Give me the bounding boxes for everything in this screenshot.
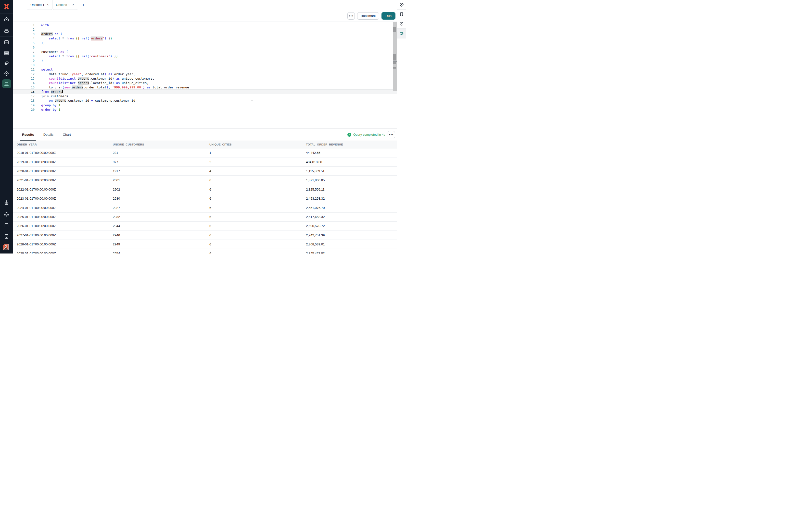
- table-row[interactable]: 2022-01-01T00:00:00.000Z290262,325,556.1…: [13, 185, 397, 194]
- code-line[interactable]: 3orders as (: [13, 32, 397, 36]
- table-row[interactable]: 2029-01-01T00:00:00.000Z295462,845,473.9…: [13, 249, 397, 253]
- table-cell[interactable]: 2,617,453.32: [306, 215, 397, 219]
- more-options-button[interactable]: ●●●: [347, 12, 355, 19]
- table-cell[interactable]: 2,690,570.72: [306, 224, 397, 228]
- table-cell[interactable]: 2024-01-01T00:00:00.000Z: [17, 206, 113, 210]
- table-cell[interactable]: 2,808,539.01: [306, 242, 397, 246]
- table-cell[interactable]: 221: [113, 151, 209, 155]
- results-more-button[interactable]: ●●●: [388, 131, 395, 138]
- code-line[interactable]: 19group by 1: [13, 103, 397, 108]
- table-cell[interactable]: 2902: [113, 188, 209, 191]
- table-cell[interactable]: 2: [209, 160, 306, 164]
- table-cell[interactable]: 977: [113, 160, 209, 164]
- table-cell[interactable]: 6: [209, 188, 306, 191]
- table-cell[interactable]: 6: [209, 233, 306, 237]
- table-row[interactable]: 2026-01-01T00:00:00.000Z294462,690,570.7…: [13, 222, 397, 231]
- code-line[interactable]: 6: [13, 45, 397, 50]
- column-header[interactable]: TOTAL_ORDER_REVENUE: [306, 143, 397, 146]
- code-line[interactable]: 12 date_trunc('year', ordered_at) as ord…: [13, 72, 397, 76]
- sidebar-item-tasks[interactable]: [0, 197, 13, 208]
- code-line[interactable]: 13 count(distinct orders.customer_id) as…: [13, 76, 397, 81]
- table-row[interactable]: 2024-01-01T00:00:00.000Z292762,551,076.7…: [13, 203, 397, 212]
- column-header[interactable]: UNIQUE_CUSTOMERS: [113, 143, 209, 146]
- table-cell[interactable]: 2021-01-01T00:00:00.000Z: [17, 178, 113, 182]
- table-cell[interactable]: 494,818.00: [306, 160, 397, 164]
- table-cell[interactable]: 2946: [113, 233, 209, 237]
- sidebar-item-collections[interactable]: [0, 25, 13, 36]
- code-line[interactable]: 4 select * from {{ ref('orders') }}: [13, 36, 397, 41]
- sidebar-item-home[interactable]: [0, 13, 13, 25]
- code-line[interactable]: 7customers as (: [13, 50, 397, 54]
- code-line[interactable]: 18 on orders.customer_id = customers.cus…: [13, 99, 397, 103]
- table-cell[interactable]: 2,551,076.70: [306, 206, 397, 210]
- editor-scrollbar[interactable]: [393, 22, 397, 91]
- hex-logo[interactable]: [0, 0, 13, 13]
- table-cell[interactable]: 2020-01-01T00:00:00.000Z: [17, 169, 113, 173]
- sidebar-item-notebook-active[interactable]: [0, 78, 13, 89]
- table-cell[interactable]: 2026-01-01T00:00:00.000Z: [17, 224, 113, 228]
- sql-editor[interactable]: 1with23orders as (4 select * from {{ ref…: [13, 22, 397, 128]
- user-menu[interactable]: [0, 242, 13, 253]
- code-line[interactable]: 16from orders: [13, 90, 397, 94]
- code-line[interactable]: 8 select * from {{ ref('customers') }}: [13, 54, 397, 59]
- table-cell[interactable]: 6: [209, 206, 306, 210]
- sidebar-item-organization[interactable]: [0, 231, 13, 242]
- code-line[interactable]: 5),: [13, 41, 397, 45]
- table-row[interactable]: 2025-01-01T00:00:00.000Z293262,617,453.3…: [13, 213, 397, 222]
- table-cell[interactable]: 1,871,800.85: [306, 178, 397, 182]
- tab-untitled-2[interactable]: Untitled 1 ✕: [52, 0, 78, 10]
- code-line[interactable]: 17join customers: [13, 94, 397, 99]
- table-cell[interactable]: 2028-01-01T00:00:00.000Z: [17, 242, 113, 246]
- sidebar-item-docs[interactable]: [0, 219, 13, 231]
- table-cell[interactable]: 2025-01-01T00:00:00.000Z: [17, 215, 113, 219]
- table-cell[interactable]: 2022-01-01T00:00:00.000Z: [17, 188, 113, 191]
- table-cell[interactable]: 2661: [113, 178, 209, 182]
- table-cell[interactable]: 2,325,556.11: [306, 188, 397, 191]
- table-row[interactable]: 2020-01-01T00:00:00.000Z191741,115,869.5…: [13, 167, 397, 176]
- table-cell[interactable]: 2932: [113, 215, 209, 219]
- tab-details[interactable]: Details: [42, 128, 55, 140]
- table-cell[interactable]: 2029-01-01T00:00:00.000Z: [17, 251, 113, 253]
- sidebar-item-history[interactable]: [397, 19, 406, 29]
- code-line[interactable]: 1with: [13, 23, 397, 27]
- sidebar-item-code[interactable]: [0, 48, 13, 58]
- sidebar-item-explore[interactable]: [0, 68, 13, 78]
- code-line[interactable]: 14 count(distinct orders.location_id) as…: [13, 81, 397, 85]
- table-row[interactable]: 2028-01-01T00:00:00.000Z294962,808,539.0…: [13, 240, 397, 249]
- table-row[interactable]: 2027-01-01T00:00:00.000Z294662,742,751.3…: [13, 231, 397, 240]
- table-cell[interactable]: 6: [209, 197, 306, 200]
- table-cell[interactable]: 2018-01-01T00:00:00.000Z: [17, 151, 113, 155]
- table-cell[interactable]: 6: [209, 251, 306, 253]
- code-line[interactable]: 9): [13, 59, 397, 63]
- tab-results[interactable]: Results: [20, 128, 36, 140]
- table-cell[interactable]: 1,115,869.51: [306, 169, 397, 173]
- sidebar-item-explore-right[interactable]: [397, 0, 406, 9]
- table-cell[interactable]: 2954: [113, 251, 209, 253]
- table-cell[interactable]: 4: [209, 169, 306, 173]
- column-header[interactable]: ORDER_YEAR: [17, 143, 113, 146]
- table-cell[interactable]: 2,845,473.93: [306, 251, 397, 253]
- table-cell[interactable]: 2,453,253.32: [306, 197, 397, 200]
- bookmark-button[interactable]: Bookmark: [357, 12, 379, 19]
- code-line[interactable]: 15 to_char(sum(orders.order_total), '999…: [13, 85, 397, 90]
- close-icon[interactable]: ✕: [72, 3, 74, 6]
- sidebar-item-apps[interactable]: [0, 37, 13, 48]
- table-cell[interactable]: 44,442.65: [306, 151, 397, 155]
- code-line[interactable]: 11select: [13, 67, 397, 72]
- table-cell[interactable]: 2930: [113, 197, 209, 200]
- table-cell[interactable]: 6: [209, 178, 306, 182]
- table-row[interactable]: 2019-01-01T00:00:00.000Z9772494,818.00: [13, 158, 397, 167]
- sidebar-item-bookmarks[interactable]: [397, 9, 406, 19]
- table-cell[interactable]: 1: [209, 151, 306, 155]
- run-button[interactable]: Run: [382, 12, 396, 19]
- sidebar-item-magic-assistant[interactable]: [397, 29, 406, 38]
- table-cell[interactable]: 2027-01-01T00:00:00.000Z: [17, 233, 113, 237]
- scrollbar-thumb[interactable]: [393, 27, 396, 32]
- table-cell[interactable]: 1917: [113, 169, 209, 173]
- table-cell[interactable]: 2927: [113, 206, 209, 210]
- column-header[interactable]: UNIQUE_CITIES: [209, 143, 306, 146]
- code-line[interactable]: 2: [13, 27, 397, 32]
- tab-untitled-1[interactable]: Untitled 1 ✕: [27, 0, 52, 10]
- table-row[interactable]: 2018-01-01T00:00:00.000Z221144,442.65: [13, 149, 397, 158]
- table-row[interactable]: 2023-01-01T00:00:00.000Z293062,453,253.3…: [13, 194, 397, 203]
